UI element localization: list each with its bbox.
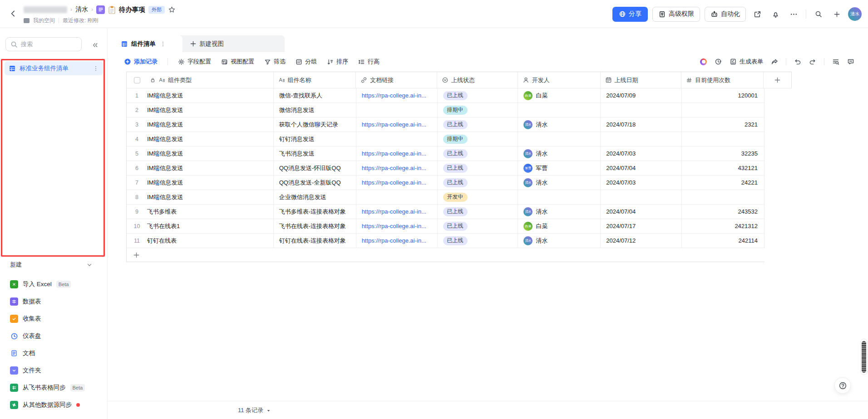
cell-component-type[interactable]: 6 IM端信息发送: [127, 161, 274, 175]
column-header[interactable]: A 组件名称: [274, 72, 356, 88]
redo-icon[interactable]: [809, 58, 816, 65]
scrollbar-thumb[interactable]: [862, 341, 866, 373]
tab-new-view[interactable]: 新建视图: [182, 35, 285, 52]
cell-doc-link[interactable]: [356, 103, 438, 117]
space-label[interactable]: 我的空间: [33, 17, 55, 24]
cell-developer[interactable]: [518, 132, 601, 146]
cell-launch-date[interactable]: 2024/07/03: [601, 146, 682, 161]
cell-doc-link[interactable]: https://rpa-college.ai-in...: [356, 161, 438, 175]
group-button[interactable]: 分组: [296, 58, 317, 66]
cell-developer[interactable]: 白菜白菜: [518, 219, 601, 233]
cell-status[interactable]: 已上线: [438, 146, 518, 161]
cell-component-name[interactable]: 获取个人微信聊天记录: [274, 117, 356, 132]
tab-component-list[interactable]: 组件清单: [115, 35, 182, 52]
undo-icon[interactable]: [794, 58, 801, 65]
generate-form-button[interactable]: 生成表单: [730, 58, 763, 66]
cell-component-name[interactable]: 钉钉在线表-连接表格对象: [274, 234, 356, 248]
sidebar-search[interactable]: [5, 37, 82, 51]
cell-component-type[interactable]: 11 钉钉在线表: [127, 234, 274, 248]
open-in-app-button[interactable]: [750, 7, 764, 21]
cell-usage-count[interactable]: [682, 103, 764, 117]
row-number[interactable]: 1: [127, 93, 147, 99]
cell-component-type[interactable]: 4 IM端信息发送: [127, 132, 274, 146]
doc-link[interactable]: https://rpa-college.ai-in...: [362, 121, 426, 128]
view-config-button[interactable]: 视图配置: [221, 58, 254, 66]
cell-component-type[interactable]: 9 飞书多维表: [127, 205, 274, 219]
cell-component-type[interactable]: 3 IM端信息发送: [127, 117, 274, 132]
row-height-button[interactable]: 行高: [358, 58, 380, 66]
row-number[interactable]: 3: [127, 122, 147, 128]
cell-status[interactable]: 已上线: [438, 175, 518, 190]
cell-status[interactable]: 开发中: [438, 190, 518, 204]
back-button[interactable]: [6, 7, 20, 20]
comment-icon[interactable]: [847, 58, 854, 65]
cell-launch-date[interactable]: [601, 190, 682, 204]
cell-status[interactable]: 已上线: [438, 234, 518, 248]
cell-component-type[interactable]: 2 IM端信息发送: [127, 103, 274, 117]
cell-component-name[interactable]: QQ消息发送-全新版QQ: [274, 175, 356, 190]
cell-launch-date[interactable]: 2024/07/03: [601, 175, 682, 190]
column-header[interactable]: A 组件类型: [127, 72, 274, 88]
cell-launch-date[interactable]: 2024/07/18: [601, 117, 682, 132]
field-config-button[interactable]: 字段配置: [178, 58, 211, 66]
cell-developer[interactable]: 清水清水: [518, 117, 601, 132]
cell-developer[interactable]: 军曹军曹: [518, 161, 601, 175]
column-header[interactable]: 目前使用次数: [681, 72, 764, 88]
cell-component-name[interactable]: 飞书多维表-连接表格对象: [274, 205, 356, 219]
select-all-checkbox[interactable]: [134, 77, 140, 83]
cell-status[interactable]: 排期中: [438, 103, 518, 117]
cell-component-name[interactable]: 飞书消息发送: [274, 146, 356, 161]
cell-status[interactable]: 已上线: [438, 205, 518, 219]
sidebar-create-item[interactable]: 收集表: [0, 310, 108, 327]
star-icon[interactable]: [168, 6, 176, 14]
sidebar-item-active-table[interactable]: 标准业务组件清单: [5, 61, 103, 75]
user-avatar[interactable]: 清水: [848, 7, 862, 21]
sidebar-create-item[interactable]: 文件夹: [0, 362, 108, 379]
automation-button[interactable]: 自动化: [705, 7, 746, 22]
cell-doc-link[interactable]: https://rpa-college.ai-in...: [356, 205, 438, 219]
add-column-button[interactable]: [764, 72, 791, 88]
cell-doc-link[interactable]: https://rpa-college.ai-in...: [356, 234, 438, 248]
cell-developer[interactable]: 清水清水: [518, 146, 601, 161]
cell-doc-link[interactable]: https://rpa-college.ai-in...: [356, 219, 438, 233]
history-icon[interactable]: [715, 58, 722, 65]
cell-developer[interactable]: [518, 103, 601, 117]
cell-component-type[interactable]: 1 IM端信息发送: [127, 88, 274, 102]
create-new-button[interactable]: [830, 7, 843, 21]
cell-status[interactable]: 已上线: [438, 219, 518, 233]
cell-developer[interactable]: 清水清水: [518, 175, 601, 190]
cell-developer[interactable]: 清水清水: [518, 234, 601, 248]
doc-link[interactable]: https://rpa-college.ai-in...: [362, 150, 426, 157]
cell-usage-count[interactable]: 32235: [682, 146, 764, 161]
cell-component-type[interactable]: 5 IM端信息发送: [127, 146, 274, 161]
sidebar-create-item[interactable]: 数据表: [0, 293, 108, 310]
column-header[interactable]: 文档链接: [356, 72, 437, 88]
help-button[interactable]: [834, 377, 851, 394]
new-section-header[interactable]: 新建: [10, 260, 101, 269]
sort-button[interactable]: 排序: [327, 58, 348, 66]
row-number[interactable]: 9: [127, 209, 147, 215]
cell-doc-link[interactable]: [356, 132, 438, 146]
doc-link[interactable]: https://rpa-college.ai-in...: [362, 223, 426, 229]
tab-more-icon[interactable]: [160, 41, 166, 47]
sidebar-create-item[interactable]: 从飞书表格同步 Beta: [0, 379, 108, 396]
advanced-permission-button[interactable]: 高级权限: [652, 7, 700, 22]
doc-link[interactable]: https://rpa-college.ai-in...: [362, 92, 426, 99]
cell-component-name[interactable]: 微信-查找联系人: [274, 88, 356, 102]
share-button[interactable]: 分享: [612, 7, 648, 22]
cell-status[interactable]: 已上线: [438, 161, 518, 175]
cell-usage-count[interactable]: [682, 132, 764, 146]
cell-launch-date[interactable]: 2024/07/04: [601, 161, 682, 175]
cell-doc-link[interactable]: https://rpa-college.ai-in...: [356, 146, 438, 161]
cell-component-name[interactable]: 企业微信消息发送: [274, 190, 356, 204]
notifications-button[interactable]: [769, 7, 782, 21]
cell-launch-date[interactable]: 2024/07/04: [601, 205, 682, 219]
row-number[interactable]: 11: [127, 238, 147, 244]
row-number[interactable]: 10: [127, 223, 147, 229]
cell-doc-link[interactable]: https://rpa-college.ai-in...: [356, 175, 438, 190]
sidebar-create-item[interactable]: 仪表盘: [0, 327, 108, 345]
row-number[interactable]: 2: [127, 107, 147, 113]
doc-link[interactable]: https://rpa-college.ai-in...: [362, 208, 426, 215]
breadcrumb-blurred-item[interactable]: [24, 6, 67, 13]
cell-developer[interactable]: 清水清水: [518, 205, 601, 219]
